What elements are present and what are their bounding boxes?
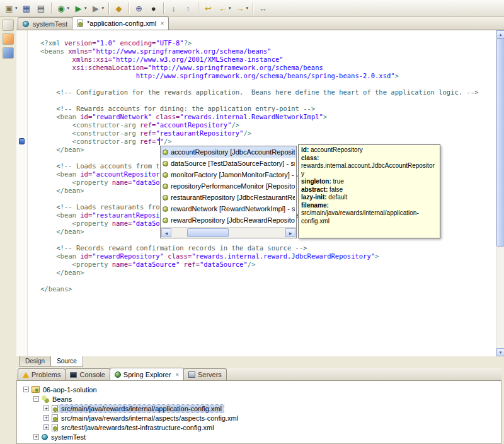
external-tools-icon: ▶ bbox=[91, 4, 101, 13]
code-line[interactable]: <constructor-arg ref="restaurantReposito… bbox=[40, 129, 496, 137]
perspective-button-1[interactable] bbox=[3, 20, 14, 31]
back-button[interactable]: ←▾ bbox=[215, 1, 233, 15]
content-assist-item[interactable]: accountRepository [JdbcAccountRepository… bbox=[161, 146, 296, 158]
external-tools-button[interactable]: ▶▾ bbox=[89, 1, 106, 15]
mode-tab-design[interactable]: Design bbox=[19, 356, 51, 367]
forward-button[interactable]: →▾ bbox=[233, 1, 251, 15]
content-assist-hscrollbar[interactable]: ◀ ▶ bbox=[161, 227, 296, 238]
view-tab-problems[interactable]: Problems bbox=[18, 368, 66, 380]
tree-item[interactable]: +src/main/java/rewards/internal/applicat… bbox=[17, 404, 501, 413]
line-marker-ruler[interactable] bbox=[16, 30, 28, 356]
code-line[interactable]: http://www.springframework.org/schema/be… bbox=[40, 72, 496, 80]
token-tag: <constructor-arg bbox=[72, 129, 140, 137]
new-wizard-button[interactable]: ▣▾ bbox=[2, 1, 20, 15]
tooltip-field-label: id: bbox=[301, 146, 309, 153]
scroll-left-button[interactable]: ◀ bbox=[161, 228, 171, 237]
view-tab-spring-explorer[interactable]: Spring Explorer× bbox=[110, 368, 184, 380]
new-wizard-button-dropdown-arrow[interactable]: ▾ bbox=[15, 6, 18, 11]
tooltip-field-value: true bbox=[333, 178, 344, 185]
spring-explorer-tree: −06-aop-1-solution−Beans+src/main/java/r… bbox=[17, 381, 501, 441]
close-icon[interactable]: × bbox=[161, 20, 164, 26]
code-line[interactable] bbox=[40, 96, 496, 105]
save-button[interactable]: ▦ bbox=[20, 1, 34, 15]
record-button[interactable]: ● bbox=[146, 1, 161, 15]
debug-button[interactable]: ◉▾ bbox=[54, 1, 72, 15]
content-assist-item[interactable]: rewardRepository [JdbcRewardRepository] … bbox=[161, 214, 296, 226]
editor-tab-systemtest[interactable]: systemTest bbox=[18, 17, 72, 30]
token-attr: xsi:schemaLocation= bbox=[72, 64, 148, 71]
code-line[interactable]: <?xml version="1.0" encoding="UTF-8"?> bbox=[40, 39, 496, 47]
code-line[interactable]: <constructor-arg ref="accountRepository"… bbox=[40, 121, 496, 129]
scroll-down-button[interactable]: ▼ bbox=[496, 348, 504, 356]
expander-minus-icon[interactable]: − bbox=[33, 396, 39, 402]
code-line[interactable]: xmlns:xsi="http://www.w3.org/2001/XMLSch… bbox=[40, 56, 496, 64]
tooltip-field-label: filename: bbox=[301, 202, 329, 209]
content-assist-item[interactable]: repositoryPerformanceMonitor [Repository… bbox=[161, 180, 296, 192]
expander-plus-icon[interactable]: + bbox=[43, 415, 49, 421]
scroll-up-button[interactable]: ▲ bbox=[496, 30, 504, 38]
scroll-right-button[interactable]: ▶ bbox=[285, 228, 295, 237]
content-assist-item[interactable]: monitorFactory [JamonMonitorFactory] - s… bbox=[161, 169, 296, 180]
token-attr: xmlns:xsi= bbox=[72, 56, 112, 63]
content-assist-item-label: accountRepository [JdbcAccountRepository… bbox=[171, 148, 295, 156]
token-plain bbox=[40, 252, 56, 260]
link-with-editor-button[interactable]: ↔ bbox=[256, 1, 270, 15]
tree-item[interactable]: −Beans bbox=[17, 394, 501, 404]
debug-button-dropdown-arrow[interactable]: ▾ bbox=[67, 6, 70, 11]
code-line[interactable]: <!-- Configuration for the rewards appli… bbox=[40, 88, 496, 96]
code-line[interactable]: </beans> bbox=[40, 285, 496, 293]
next-annotation-button[interactable]: ↓ bbox=[166, 1, 181, 15]
view-tab-console[interactable]: Console bbox=[65, 368, 110, 380]
back-button-dropdown-arrow[interactable]: ▾ bbox=[229, 6, 231, 11]
code-line[interactable]: <!-- Rewards accounts for dining: the ap… bbox=[40, 105, 496, 113]
last-edit-location-button[interactable]: ↩ bbox=[201, 1, 215, 15]
external-tools-button-dropdown-arrow[interactable]: ▾ bbox=[102, 6, 105, 11]
expander-plus-icon[interactable]: + bbox=[33, 434, 39, 440]
beans-config-icon bbox=[52, 414, 58, 422]
perspective-button-3[interactable] bbox=[3, 47, 14, 59]
tree-item[interactable]: +systemTest bbox=[17, 432, 501, 441]
expander-minus-icon[interactable]: − bbox=[23, 387, 29, 392]
code-line[interactable]: <bean id="rewardNetwork" class="rewards.… bbox=[40, 113, 496, 121]
open-type-button[interactable]: ◆ bbox=[112, 1, 126, 15]
code-line[interactable] bbox=[40, 80, 496, 88]
code-line[interactable]: <beans xmlns="http://www.springframework… bbox=[40, 47, 496, 56]
editor-tab-application-config-xml[interactable]: *application-config.xml× bbox=[72, 16, 169, 30]
token-tag: </bean> bbox=[56, 146, 84, 153]
print-button[interactable]: ▤ bbox=[34, 1, 49, 15]
code-line[interactable] bbox=[40, 277, 496, 285]
code-line[interactable]: xsi:schemaLocation="http://www.springfra… bbox=[40, 64, 496, 72]
hscrollbar-thumb[interactable] bbox=[187, 228, 229, 237]
run-button[interactable]: ▶▾ bbox=[71, 1, 89, 15]
code-line[interactable]: </bean> bbox=[40, 269, 496, 277]
content-assist-item[interactable]: restaurantRepository [JdbcRestaurantRepo… bbox=[161, 192, 296, 203]
run-icon: ▶ bbox=[73, 4, 84, 13]
content-assist-item[interactable]: rewardNetwork [RewardNetworkImpl] - src/… bbox=[161, 203, 296, 214]
forward-button-dropdown-arrow[interactable]: ▾ bbox=[246, 6, 249, 11]
tooltip-field-label: lazy-init: bbox=[301, 194, 327, 201]
expander-plus-icon[interactable]: + bbox=[43, 406, 49, 411]
token-plain bbox=[40, 105, 56, 112]
tree-item[interactable]: −06-aop-1-solution bbox=[17, 385, 501, 394]
tooltip-field-value: default bbox=[328, 194, 347, 201]
token-attr: name= bbox=[112, 219, 132, 227]
code-line[interactable]: <property name="dataSource" ref="dataSou… bbox=[40, 260, 496, 269]
view-tab-servers[interactable]: Servers bbox=[183, 368, 227, 380]
close-icon[interactable]: × bbox=[176, 371, 179, 378]
mode-tab-source[interactable]: Source bbox=[50, 356, 83, 367]
tree-item[interactable]: +src/main/java/rewards/internal/aspects/… bbox=[17, 413, 501, 423]
previous-annotation-button[interactable]: ↑ bbox=[181, 1, 195, 15]
vertical-scrollbar[interactable]: ▲ ▼ bbox=[496, 30, 504, 356]
vertical-scrollbar-thumb[interactable] bbox=[496, 38, 504, 247]
search-button[interactable]: ⊕ bbox=[132, 1, 146, 15]
token-attr: id= bbox=[80, 252, 92, 260]
perspective-button-2[interactable] bbox=[3, 33, 14, 45]
run-button-dropdown-arrow[interactable]: ▾ bbox=[84, 6, 87, 11]
code-line[interactable]: <bean id="rewardRepository" class="rewar… bbox=[40, 252, 496, 260]
code-line[interactable]: <!-- Records reward confirmation records… bbox=[40, 244, 496, 252]
token-tag: /> bbox=[231, 121, 239, 129]
content-assist-item[interactable]: dataSource [TestDataSourceFactory] - src… bbox=[161, 158, 296, 169]
token-plain bbox=[40, 244, 56, 252]
expander-plus-icon[interactable]: + bbox=[43, 424, 49, 430]
tree-item[interactable]: +src/test/java/rewards/test-infrastructu… bbox=[17, 423, 501, 432]
